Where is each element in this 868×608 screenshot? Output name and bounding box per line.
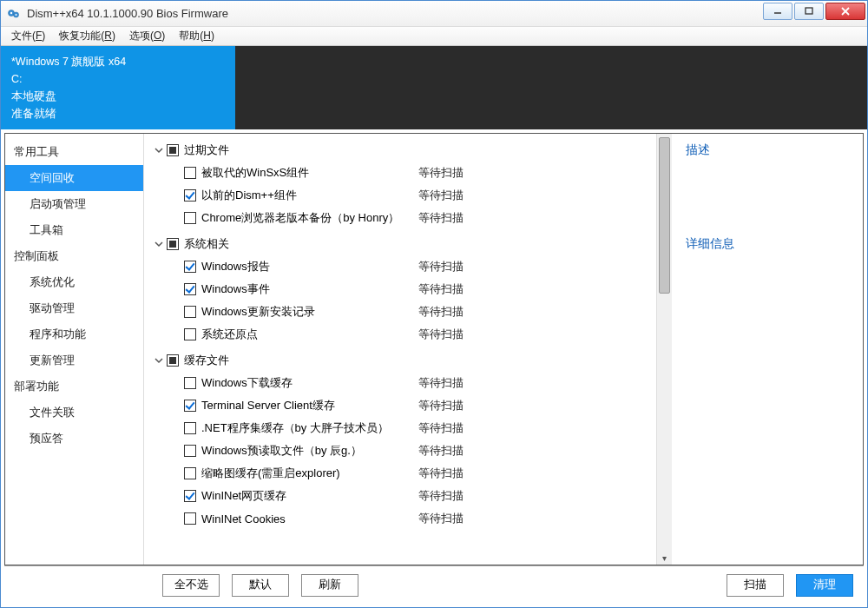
- item-checkbox[interactable]: [184, 422, 196, 434]
- tree-item-status: 等待扫描: [418, 259, 464, 274]
- tree-item[interactable]: Terminal Server Client缓存等待扫描: [153, 394, 653, 417]
- tree-item[interactable]: WinINet网页缓存等待扫描: [153, 485, 653, 507]
- tree-item-status: 等待扫描: [418, 420, 464, 436]
- tree-item-status: 等待扫描: [418, 327, 464, 342]
- item-checkbox[interactable]: [184, 490, 196, 502]
- sidebar-item-预应答[interactable]: 预应答: [5, 426, 143, 452]
- tree-group: 过期文件被取代的WinSxS组件等待扫描以前的Dism++组件等待扫描Chrom…: [153, 139, 653, 229]
- tree-item[interactable]: 缩略图缓存(需重启explorer)等待扫描: [153, 462, 653, 485]
- scan-button[interactable]: 扫描: [727, 574, 784, 597]
- group-checkbox[interactable]: [167, 238, 179, 250]
- tree-item[interactable]: Windows事件等待扫描: [153, 278, 653, 301]
- tree-item-status: 等待扫描: [418, 165, 464, 181]
- scrollbar-thumb[interactable]: [659, 137, 670, 294]
- tree-item[interactable]: Windows报告等待扫描: [153, 255, 653, 278]
- app-icon: [6, 6, 22, 22]
- tree-item[interactable]: 被取代的WinSxS组件等待扫描: [153, 162, 653, 184]
- refresh-button[interactable]: 刷新: [301, 574, 358, 597]
- item-checkbox[interactable]: [184, 283, 196, 295]
- tree-group-label: 过期文件: [184, 142, 229, 158]
- expand-caret-icon[interactable]: [153, 354, 165, 367]
- item-checkbox[interactable]: [184, 167, 196, 179]
- window-controls: [763, 1, 867, 26]
- item-checkbox[interactable]: [184, 212, 196, 224]
- item-checkbox[interactable]: [184, 445, 196, 457]
- info-drive: C:: [11, 70, 225, 88]
- deselect-all-button[interactable]: 全不选: [162, 574, 220, 597]
- menubar: 文件(F)恢复功能(R)选项(O)帮助(H): [1, 27, 867, 46]
- tree-item-status: 等待扫描: [418, 488, 464, 504]
- tree-item-status: 等待扫描: [418, 281, 464, 297]
- tree-item-label: Terminal Server Client缓存: [201, 398, 418, 413]
- sidebar-item-工具箱[interactable]: 工具箱: [5, 217, 143, 243]
- item-checkbox[interactable]: [184, 400, 196, 412]
- tree-item-label: 以前的Dism++组件: [201, 188, 418, 203]
- tree-item-status: 等待扫描: [418, 466, 464, 481]
- sidebar-item-驱动管理[interactable]: 驱动管理: [5, 295, 143, 321]
- bottom-bar: 全不选 默认 刷新 扫描 清理: [4, 565, 864, 604]
- tree-item[interactable]: Windows下载缓存等待扫描: [153, 372, 653, 394]
- menu-文件[interactable]: 文件(F): [4, 27, 52, 45]
- item-checkbox[interactable]: [184, 467, 196, 479]
- info-os: *Windows 7 旗舰版 x64: [11, 53, 225, 70]
- sidebar: 常用工具空间回收启动项管理工具箱控制面板系统优化驱动管理程序和功能更新管理部署功…: [5, 134, 144, 565]
- tree-item-status: 等待扫描: [418, 443, 464, 459]
- tree-group-header[interactable]: 缓存文件: [153, 349, 653, 372]
- description-heading: 描述: [686, 142, 849, 158]
- clean-button[interactable]: 清理: [796, 574, 853, 597]
- tree-item-label: 被取代的WinSxS组件: [201, 165, 418, 181]
- tree-group-header[interactable]: 过期文件: [153, 139, 653, 162]
- info-banner: *Windows 7 旗舰版 x64 C: 本地硬盘 准备就绪: [1, 46, 867, 129]
- tree-item[interactable]: .NET程序集缓存（by 大胖子技术员）等待扫描: [153, 417, 653, 439]
- tree-item[interactable]: Windows更新安装记录等待扫描: [153, 301, 653, 323]
- info-disk: 本地硬盘: [11, 88, 225, 105]
- sidebar-item-空间回收[interactable]: 空间回收: [5, 165, 143, 191]
- app-window: Dism++x64 10.1.1000.90 Bios Firmware 文件(…: [0, 0, 868, 608]
- expand-caret-icon[interactable]: [153, 238, 165, 250]
- close-button[interactable]: [825, 3, 865, 20]
- sidebar-item-更新管理[interactable]: 更新管理: [5, 347, 143, 373]
- tree-item-label: Windows预读取文件（by 辰g.）: [201, 443, 418, 459]
- maximize-button[interactable]: [794, 3, 824, 20]
- svg-point-2: [10, 11, 12, 13]
- minimize-button[interactable]: [763, 3, 792, 20]
- tree-group-header[interactable]: 系统相关: [153, 233, 653, 255]
- tree-group: 缓存文件Windows下载缓存等待扫描Terminal Server Clien…: [153, 349, 653, 530]
- tree-view[interactable]: 过期文件被取代的WinSxS组件等待扫描以前的Dism++组件等待扫描Chrom…: [144, 134, 656, 565]
- sidebar-item-文件关联[interactable]: 文件关联: [5, 400, 143, 426]
- sidebar-group-header: 常用工具: [5, 139, 143, 165]
- info-status: 准备就绪: [11, 105, 225, 122]
- tree-item[interactable]: Windows预读取文件（by 辰g.）等待扫描: [153, 439, 653, 462]
- tree-item[interactable]: 系统还原点等待扫描: [153, 323, 653, 346]
- default-button[interactable]: 默认: [232, 574, 289, 597]
- item-checkbox[interactable]: [184, 261, 196, 273]
- group-checkbox[interactable]: [167, 354, 179, 367]
- sidebar-item-系统优化[interactable]: 系统优化: [5, 269, 143, 295]
- tree-item[interactable]: Chrome浏览器老版本备份（by Honry）等待扫描: [153, 207, 653, 229]
- group-checkbox[interactable]: [167, 144, 179, 156]
- menu-选项[interactable]: 选项(O): [122, 27, 172, 45]
- item-checkbox[interactable]: [184, 189, 196, 202]
- info-left[interactable]: *Windows 7 旗舰版 x64 C: 本地硬盘 准备就绪: [1, 46, 235, 129]
- vertical-scrollbar[interactable]: ▾: [656, 134, 672, 565]
- tree-item-status: 等待扫描: [418, 304, 464, 320]
- tree-group-label: 缓存文件: [184, 353, 229, 368]
- item-checkbox[interactable]: [184, 377, 196, 389]
- sidebar-item-启动项管理[interactable]: 启动项管理: [5, 191, 143, 217]
- tree-item[interactable]: WinINet Cookies等待扫描: [153, 507, 653, 530]
- tree-item-status: 等待扫描: [418, 188, 464, 203]
- scroll-down-icon[interactable]: ▾: [658, 551, 671, 565]
- tree-item-status: 等待扫描: [418, 511, 464, 526]
- menu-恢复功能[interactable]: 恢复功能(R): [52, 27, 122, 45]
- menu-帮助[interactable]: 帮助(H): [172, 27, 221, 45]
- tree-item-status: 等待扫描: [418, 398, 464, 413]
- sidebar-item-程序和功能[interactable]: 程序和功能: [5, 321, 143, 347]
- tree-item-label: Windows更新安装记录: [201, 304, 418, 320]
- item-checkbox[interactable]: [184, 306, 196, 318]
- info-right-dark: [235, 46, 867, 129]
- item-checkbox[interactable]: [184, 512, 196, 525]
- tree-area: 过期文件被取代的WinSxS组件等待扫描以前的Dism++组件等待扫描Chrom…: [144, 134, 672, 565]
- expand-caret-icon[interactable]: [153, 144, 165, 156]
- tree-item[interactable]: 以前的Dism++组件等待扫描: [153, 184, 653, 207]
- item-checkbox[interactable]: [184, 328, 196, 340]
